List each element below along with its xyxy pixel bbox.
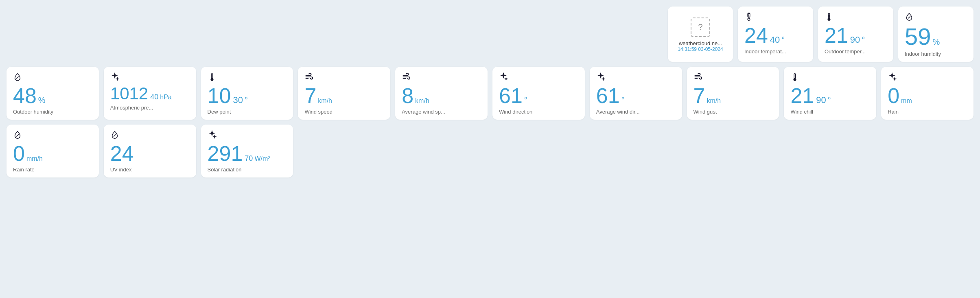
thermometer-icon xyxy=(744,12,753,22)
card-wind-speed[interactable]: 7 km/h Wind speed xyxy=(298,67,390,120)
top-row: ? weathercloud.ne... 14:31:59 03-05-2024… xyxy=(7,7,973,62)
main-value: 59 xyxy=(905,25,931,48)
value-row: 7 km/h xyxy=(304,85,332,106)
unit: km/h xyxy=(318,97,332,105)
main-value: 0 xyxy=(13,143,25,164)
sparkle-icon-2 xyxy=(499,72,508,83)
unit: km/h xyxy=(415,97,429,105)
card-label: Indoor humidity xyxy=(905,51,941,57)
svg-line-12 xyxy=(114,134,116,137)
main-value: 0 xyxy=(888,85,899,106)
station-name: weathercloud.ne... xyxy=(679,40,722,46)
unit: mm xyxy=(901,97,912,105)
station-time: 14:31:59 03-05-2024 xyxy=(678,46,723,52)
card-label: UV index xyxy=(110,167,132,173)
sparkle-icon-4 xyxy=(888,72,897,83)
secondary-value: 40 xyxy=(770,35,780,44)
main-value: 21 xyxy=(825,25,848,46)
secondary-value: 40 xyxy=(150,93,158,101)
wind-icon-2 xyxy=(402,72,411,83)
svg-point-2 xyxy=(828,18,830,20)
card-label: Indoor temperat... xyxy=(744,48,786,55)
main-value: 291 xyxy=(208,143,243,164)
card-label: Rain xyxy=(888,109,899,115)
bottom-row: 0 mm/h Rain rate 24 UV index xyxy=(7,125,973,177)
unit: hPa xyxy=(160,94,171,101)
card-dew-point[interactable]: 10 30 ° Dew point xyxy=(201,67,293,120)
main-value: 8 xyxy=(402,85,413,106)
value-row: 61 ° xyxy=(596,85,625,106)
main-value: 24 xyxy=(110,143,134,164)
card-label: Dew point xyxy=(208,109,231,115)
wind-icon xyxy=(304,72,313,83)
card-outdoor-temp[interactable]: 21 90 ° Outdoor temper... xyxy=(818,7,893,62)
main-value: 1012 xyxy=(110,85,148,102)
svg-point-9 xyxy=(794,79,796,81)
svg-point-7 xyxy=(211,79,213,81)
main-value: 24 xyxy=(744,25,768,46)
card-label: Average wind sp... xyxy=(402,109,445,115)
value-row: 291 70 W/m² xyxy=(208,143,270,164)
svg-rect-10 xyxy=(794,74,796,79)
wind-gust-icon xyxy=(693,72,702,83)
card-wind-gust[interactable]: 7 km/h Wind gust xyxy=(687,67,779,120)
main-value: 21 xyxy=(790,85,814,106)
card-outdoor-humidity[interactable]: 48 % Outdoor humidity xyxy=(7,67,99,120)
thermometer-icon-4 xyxy=(790,72,799,83)
unit: mm/h xyxy=(26,155,43,162)
value-row: 1012 40 hPa xyxy=(110,85,172,102)
svg-line-5 xyxy=(908,16,910,19)
card-weatherstation[interactable]: ? weathercloud.ne... 14:31:59 03-05-2024 xyxy=(668,7,733,62)
value-row: 7 km/h xyxy=(693,85,721,106)
thermometer-icon-2 xyxy=(825,12,833,22)
card-solar-radiation[interactable]: 291 70 W/m² Solar radiation xyxy=(201,125,293,177)
value-row: 48 % xyxy=(13,85,46,106)
unit: W/m² xyxy=(254,155,270,162)
unit: km/h xyxy=(707,97,721,105)
card-wind-chill[interactable]: 21 90 ° Wind chill xyxy=(784,67,876,120)
sparkle-icon-3 xyxy=(596,72,605,83)
card-label: Wind gust xyxy=(693,109,717,115)
card-uv-index[interactable]: 24 UV index xyxy=(104,125,196,177)
value-row: 0 mm xyxy=(888,85,912,106)
secondary-value: 70 xyxy=(245,155,253,162)
card-label: Wind direction xyxy=(499,109,532,115)
card-label: Rain rate xyxy=(13,167,35,173)
secondary-value: 90 xyxy=(816,96,826,105)
value-row: 10 30 ° xyxy=(208,85,248,106)
svg-line-11 xyxy=(16,134,19,137)
thermometer-icon-3 xyxy=(208,72,217,83)
secondary-value: 90 xyxy=(850,35,860,44)
main-value: 61 xyxy=(596,85,620,106)
main-value: 48 xyxy=(13,85,37,106)
main-value: 7 xyxy=(304,85,316,106)
card-label: Wind speed xyxy=(304,109,332,115)
card-label: Wind chill xyxy=(790,109,813,115)
value-row: 59 % xyxy=(905,25,940,48)
card-rain[interactable]: 0 mm Rain xyxy=(881,67,973,120)
card-avg-wind-dir[interactable]: 61 ° Average wind dir... xyxy=(590,67,682,120)
card-indoor-humidity[interactable]: 59 % Indoor humidity xyxy=(898,7,973,62)
card-label: Average wind dir... xyxy=(596,109,640,115)
value-row: 24 xyxy=(110,143,136,164)
card-atm-pressure[interactable]: 1012 40 hPa Atmospheric pre... xyxy=(104,67,196,120)
station-icon: ? xyxy=(691,18,710,37)
main-value: 10 xyxy=(208,85,231,106)
card-label: Atmospheric pre... xyxy=(110,105,153,111)
value-row: 8 km/h xyxy=(402,85,429,106)
card-avg-wind-speed[interactable]: 8 km/h Average wind sp... xyxy=(395,67,488,120)
card-wind-direction[interactable]: 61 ° Wind direction xyxy=(492,67,585,120)
card-indoor-temp[interactable]: 24 40 ° Indoor temperat... xyxy=(738,7,813,62)
svg-point-0 xyxy=(748,18,750,20)
humidity-icon-3 xyxy=(13,130,22,140)
sparkle-icon-5 xyxy=(208,130,217,140)
humidity-icon xyxy=(905,12,914,22)
card-rain-rate[interactable]: 0 mm/h Rain rate xyxy=(7,125,99,177)
middle-row: 48 % Outdoor humidity 1012 40 hPa Atmosp… xyxy=(7,67,973,120)
humidity-icon-2 xyxy=(13,72,22,83)
value-row: 24 40 ° xyxy=(744,25,785,46)
card-label: Outdoor humidity xyxy=(13,109,53,115)
svg-line-6 xyxy=(16,77,19,79)
humidity-icon-4 xyxy=(110,130,119,140)
svg-rect-8 xyxy=(211,74,213,79)
